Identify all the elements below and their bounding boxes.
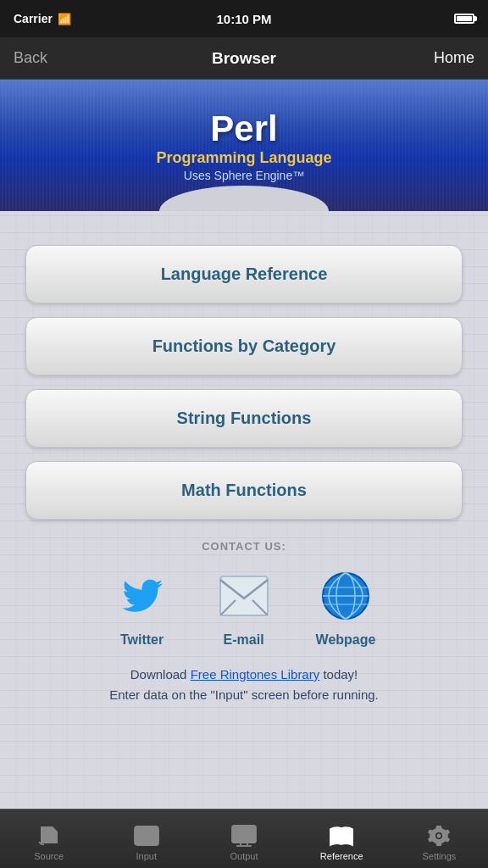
content-area: Language Reference Functions by Category… [0, 211, 488, 809]
tab-source-label: Source [34, 851, 64, 861]
contact-icons: Twitter E-mail [113, 566, 376, 648]
banner-engine: Uses Sphere Engine™ [184, 169, 304, 182]
twitter-icon [113, 566, 172, 626]
tab-input-label: Input [136, 851, 157, 861]
output-icon [231, 824, 257, 848]
settings-icon [426, 824, 452, 848]
input-icon [134, 824, 159, 848]
functions-by-category-button[interactable]: Functions by Category [25, 317, 463, 376]
email-button[interactable]: E-mail [214, 566, 274, 648]
twitter-button[interactable]: Twitter [113, 566, 172, 648]
webpage-button[interactable]: Webpage [316, 566, 376, 648]
tab-output-label: Output [230, 851, 258, 861]
nav-title: Browser [212, 49, 276, 68]
tab-bar: Source Input [0, 809, 488, 868]
language-reference-button[interactable]: Language Reference [25, 245, 463, 303]
tab-source[interactable]: Source [0, 817, 97, 861]
svg-point-27 [437, 833, 441, 837]
wifi-icon: 📶 [58, 13, 71, 25]
math-functions-button[interactable]: Math Functions [25, 461, 463, 520]
svg-rect-0 [220, 576, 268, 615]
download-link[interactable]: Free Ringtones Library [191, 667, 320, 682]
reference-icon [329, 824, 354, 848]
svg-rect-17 [232, 826, 256, 829]
battery-icon [454, 14, 474, 24]
status-carrier-wifi: Carrier 📶 [14, 12, 71, 25]
webpage-icon [316, 566, 375, 626]
string-functions-button[interactable]: String Functions [25, 389, 463, 448]
tab-output[interactable]: Output [195, 817, 292, 861]
email-label: E-mail [224, 632, 264, 648]
source-icon [36, 824, 62, 848]
contact-label: CONTACT US: [202, 540, 286, 553]
banner-title: Perl [210, 108, 277, 149]
tab-input[interactable]: Input [97, 817, 195, 861]
svg-rect-8 [135, 826, 158, 845]
tab-settings[interactable]: Settings [391, 817, 488, 861]
download-note: Enter data on the "Input" screen before … [109, 687, 379, 702]
download-suffix: today! [319, 667, 358, 682]
tab-reference[interactable]: Reference [293, 817, 391, 861]
download-text: Download Free Ringtones Library today! E… [92, 665, 396, 705]
download-prefix: Download [130, 667, 191, 682]
status-bar: Carrier 📶 10:10 PM [0, 0, 488, 37]
back-button[interactable]: Back [14, 49, 47, 67]
twitter-label: Twitter [120, 632, 164, 648]
carrier-label: Carrier [14, 12, 53, 25]
tab-reference-label: Reference [320, 851, 363, 861]
status-time: 10:10 PM [216, 12, 271, 26]
home-button[interactable]: Home [434, 49, 474, 67]
header-banner: Perl Programming Language Uses Sphere En… [0, 80, 488, 211]
nav-bar: Back Browser Home [0, 37, 488, 80]
contact-section: CONTACT US: Twitter [25, 540, 463, 705]
tab-settings-label: Settings [423, 851, 457, 861]
email-icon [214, 566, 274, 626]
banner-subtitle: Programming Language [156, 149, 331, 167]
webpage-label: Webpage [316, 632, 376, 648]
